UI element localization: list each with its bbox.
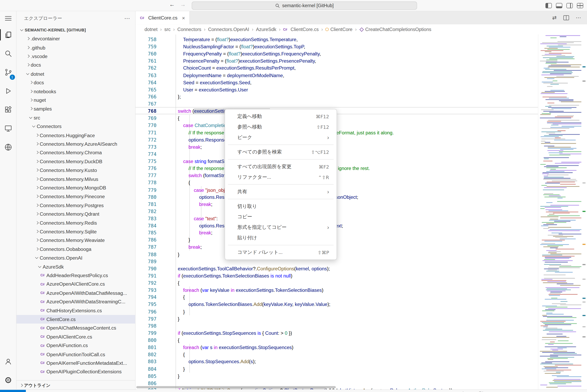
outline-section-header[interactable]: アウトライン: [16, 380, 135, 390]
breadcrumb-src[interactable]: src: [164, 27, 170, 32]
code-line-800[interactable]: {: [178, 337, 179, 344]
line-number[interactable]: 774: [135, 150, 157, 158]
line-number[interactable]: 775: [135, 158, 157, 165]
forward-button[interactable]: →: [180, 1, 186, 8]
line-number[interactable]: 798: [135, 322, 157, 330]
code-line-778[interactable]: {: [178, 179, 190, 186]
tree-item-azureopenaiclientcore-cs[interactable]: C#AzureOpenAIClientCore.cs: [16, 280, 135, 289]
line-number[interactable]: 777: [135, 172, 157, 179]
code-line-786[interactable]: }: [178, 236, 190, 244]
code-line-797[interactable]: }: [178, 315, 179, 322]
line-number[interactable]: 778: [135, 179, 157, 186]
editor-more-actions-icon[interactable]: ⋯: [576, 14, 581, 20]
split-editor-icon[interactable]: [563, 15, 569, 20]
code-line-805[interactable]: }: [178, 372, 179, 380]
breadcrumb-clientcore[interactable]: ClientCore: [326, 27, 353, 32]
tree-item-connectors-memory-weaviate[interactable]: Connectors.Memory.Weaviate: [16, 236, 135, 245]
line-number[interactable]: 763: [135, 72, 157, 79]
toggle-panel-icon[interactable]: [556, 3, 562, 8]
minimap[interactable]: [538, 34, 582, 390]
github-button[interactable]: [0, 138, 16, 156]
line-number-gutter[interactable]: 7587597607617627637647657667677687697707…: [135, 34, 157, 390]
code-line-761[interactable]: PresencePenalty = (float?)executionSetti…: [178, 58, 316, 64]
line-number[interactable]: 787: [135, 244, 157, 251]
code-line-799[interactable]: if (executionSettings.StopSequences is {…: [178, 330, 292, 337]
menu-item-copy[interactable]: コピー: [225, 212, 336, 222]
tree-item-azureopenaiwithdatachatmessag[interactable]: C#AzureOpenAIWithDataChatMessag...: [16, 289, 135, 298]
menu-item-copy-as[interactable]: 形式を指定してコピー›: [225, 222, 336, 232]
code-line-796[interactable]: }: [178, 308, 185, 315]
line-number[interactable]: 801: [135, 344, 157, 351]
tree-item-openaiplugincollectionextensions[interactable]: C#OpenAIPluginCollectionExtensions: [16, 367, 135, 376]
line-number[interactable]: 784: [135, 222, 157, 229]
line-number[interactable]: 779: [135, 186, 157, 194]
menu-button[interactable]: [0, 11, 16, 26]
line-number[interactable]: 769: [135, 115, 157, 122]
line-number[interactable]: 770: [135, 122, 157, 129]
code-line-787[interactable]: break;: [178, 244, 202, 251]
code-line-794[interactable]: {: [178, 294, 185, 301]
line-number[interactable]: 795: [135, 301, 157, 308]
line-number[interactable]: 767: [135, 100, 157, 108]
tree-item-connectors-memory-duckdb[interactable]: Connectors.Memory.DuckDB: [16, 157, 135, 166]
breadcrumb-clientcore-cs[interactable]: C#ClientCore.cs: [283, 27, 319, 32]
tree-item-azuresdk[interactable]: AzureSdk: [16, 262, 135, 271]
line-number[interactable]: 771: [135, 129, 157, 136]
tree-item-src[interactable]: src: [16, 113, 135, 122]
menu-item-find-all-references[interactable]: すべての参照を検索⇧⌥F12: [225, 147, 336, 158]
line-number[interactable]: 796: [135, 308, 157, 315]
line-number[interactable]: 783: [135, 215, 157, 222]
code-line-766[interactable]: };: [178, 93, 181, 100]
code-line-760[interactable]: FrequencyPenalty = (float?)executionSett…: [178, 50, 321, 58]
tree-item-clientcore-cs[interactable]: C#ClientCore.cs: [16, 315, 135, 324]
tree-item-nuget[interactable]: nuget: [16, 96, 135, 104]
customize-layout-icon[interactable]: [577, 3, 583, 8]
line-number[interactable]: 780: [135, 194, 157, 200]
menu-item-peek[interactable]: ピーク›: [225, 132, 336, 143]
open-changes-icon[interactable]: ⇄: [552, 14, 557, 20]
line-number[interactable]: 789: [135, 258, 157, 265]
tree-item-openaikernelfunctionmetadataext[interactable]: C#OpenAIKernelFunctionMetadataExt...: [16, 358, 135, 367]
menu-item-share[interactable]: 共有›: [225, 186, 336, 197]
tree-item-connectors-memory-kusto[interactable]: Connectors.Memory.Kusto: [16, 166, 135, 175]
sidebar-more-actions-button[interactable]: ⋯: [124, 15, 130, 22]
code-line-758[interactable]: Temperature = (float?)executionSettings.…: [178, 36, 298, 43]
tree-item-dotnet[interactable]: dotnet: [16, 70, 135, 78]
tree-item-addheaderrequestpolicy-cs[interactable]: C#AddHeaderRequestPolicy.cs: [16, 271, 135, 280]
tree-item-connectors-memory-postgres[interactable]: Connectors.Memory.Postgres: [16, 201, 135, 210]
tree-item-openaifunction-cs[interactable]: C#OpenAIFunction.cs: [16, 341, 135, 350]
close-tab-icon[interactable]: ×: [182, 15, 185, 21]
line-number[interactable]: 762: [135, 64, 157, 72]
line-number[interactable]: 764: [135, 79, 157, 86]
line-number[interactable]: 803: [135, 358, 157, 365]
line-number[interactable]: 768: [135, 108, 157, 115]
code-line-788[interactable]: }: [178, 251, 179, 258]
code-line-790[interactable]: executionSettings.ToolCallBehavior?.Conf…: [178, 265, 330, 272]
code-line-764[interactable]: Seed = executionSettings.Seed,: [178, 79, 252, 86]
code-line-803[interactable]: options.StopSequences.Add(s);: [178, 358, 256, 365]
remote-indicator[interactable]: >< GitHub: [0, 390, 26, 392]
code-line-769[interactable]: {: [178, 115, 179, 122]
tree-item-openaifunctiontoolcall-cs[interactable]: C#OpenAIFunctionToolCall.cs: [16, 350, 135, 358]
tree-item-connectors-memory-qdrant[interactable]: Connectors.Memory.Qdrant: [16, 210, 135, 218]
source-control-button[interactable]: 1: [0, 63, 16, 82]
breadcrumb-connectors-openai[interactable]: Connectors.OpenAI: [208, 27, 249, 32]
tree-item-devcontainer[interactable]: .devcontainer: [16, 34, 135, 43]
tree-item-notebooks[interactable]: notebooks: [16, 87, 135, 96]
command-center-search[interactable]: semantic-kernel [GitHub]: [192, 2, 417, 10]
code-line-777[interactable]: switch (formatString): [178, 172, 232, 179]
breadcrumb-azuresdk[interactable]: AzureSdk: [256, 27, 276, 32]
search-button[interactable]: [0, 44, 16, 63]
tree-item-connectors-memory-pinecone[interactable]: Connectors.Memory.Pinecone: [16, 192, 135, 201]
tree-item-chathistoryextensions-cs[interactable]: C#ChatHistoryExtensions.cs: [16, 306, 135, 315]
status-item-4[interactable]: スペース: 4: [496, 391, 518, 392]
code-line-773[interactable]: break;: [178, 143, 202, 150]
extensions-button[interactable]: [0, 100, 16, 119]
status-item-768-39[interactable]: 行 768、列 39: [462, 391, 489, 392]
menu-item-cut[interactable]: 切り取り: [225, 201, 336, 212]
line-number[interactable]: 760: [135, 50, 157, 58]
line-number[interactable]: 786: [135, 236, 157, 244]
code-line-759[interactable]: NucleusSamplingFactor = (float?)executio…: [178, 43, 305, 50]
breadcrumb-createchatcompletionsoptions[interactable]: CreateChatCompletionsOptions: [359, 27, 431, 32]
line-number[interactable]: 759: [135, 43, 157, 50]
